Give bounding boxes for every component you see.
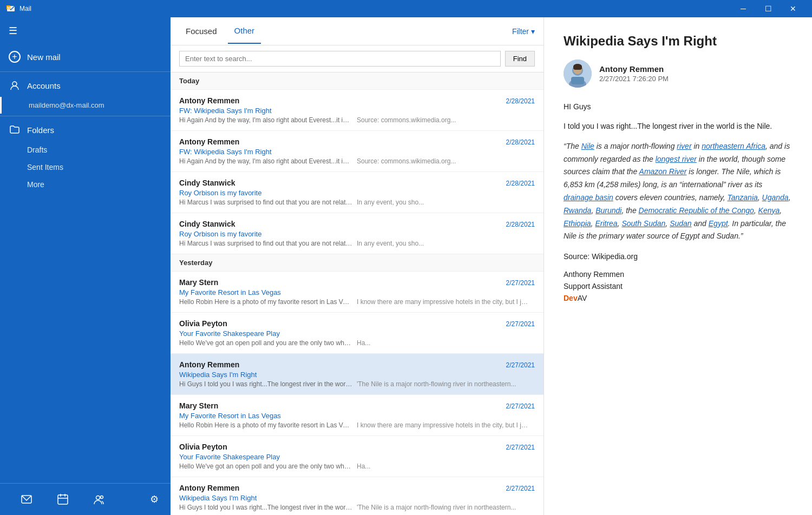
footer-dev: Dev bbox=[564, 294, 578, 302]
reading-quote: “The Nile is a major north-flowing river… bbox=[564, 140, 793, 243]
email-list-panel: Focused Other Filter ▾ Find Today Antony… bbox=[171, 17, 544, 515]
email-date: 2/27/2021 bbox=[506, 402, 535, 410]
email-subject: Your Favorite Shakespeare Play bbox=[179, 453, 535, 461]
email-sender: Antony Remmen bbox=[179, 484, 239, 492]
longest-link[interactable]: longest river bbox=[656, 155, 697, 163]
email-subject: My Favorite Resort in Las Vegas bbox=[179, 288, 535, 296]
person-icon bbox=[9, 80, 21, 91]
uganda-link[interactable]: Uganda bbox=[762, 193, 789, 202]
search-input[interactable] bbox=[179, 51, 501, 67]
sidebar-account-email[interactable]: maildemo@dx-mail.com bbox=[0, 97, 171, 114]
email-item[interactable]: Antony Remmen 2/28/2021 FW: Wikipedia Sa… bbox=[171, 90, 543, 131]
river-link[interactable]: river bbox=[677, 142, 691, 150]
email-sender: Olivia Peyton bbox=[179, 443, 227, 451]
search-button[interactable]: Find bbox=[505, 51, 535, 67]
tab-other[interactable]: Other bbox=[228, 18, 261, 44]
nile-link[interactable]: Nile bbox=[581, 142, 594, 150]
email-list: Today Antony Remmen 2/28/2021 FW: Wikipe… bbox=[171, 72, 543, 515]
calendar-nav-button[interactable] bbox=[45, 490, 81, 509]
sidebar-bottom-nav: ⚙ bbox=[0, 483, 171, 515]
restore-button[interactable]: ☐ bbox=[756, 0, 781, 17]
email-item[interactable]: Cindy Stanwick 2/28/2021 Roy Orbison is … bbox=[171, 172, 543, 213]
close-button[interactable]: ✕ bbox=[781, 0, 806, 17]
egypt-link[interactable]: Egypt bbox=[709, 219, 728, 228]
footer-av: AV bbox=[578, 294, 587, 302]
footer-title: Support Assistant bbox=[564, 280, 793, 292]
email-date: 2/28/2021 bbox=[506, 138, 535, 146]
northeastern-link[interactable]: northeastern Africa bbox=[702, 142, 765, 150]
svg-rect-17 bbox=[573, 65, 582, 70]
sidebar-divider-1 bbox=[0, 71, 171, 72]
sender-name: Antony Remmen bbox=[599, 64, 669, 74]
mail-app-icon: M bbox=[6, 4, 15, 13]
email-item[interactable]: Mary Stern 2/27/2021 My Favorite Resort … bbox=[171, 395, 543, 436]
app-body: ☰ + New mail Accounts maildemo@dx-mail.c… bbox=[0, 17, 812, 515]
sender-info: Antony Remmen 2/27/2021 7:26:20 PM bbox=[599, 64, 669, 83]
date-header-today: Today bbox=[171, 72, 543, 90]
email-date: 2/28/2021 bbox=[506, 180, 535, 187]
email-subject: Roy Orbison is my favorite bbox=[179, 189, 535, 197]
email-subject: FW: Wikipedia Says I'm Right bbox=[179, 107, 535, 115]
folders-label: Folders bbox=[27, 126, 54, 135]
email-preview: Hello Robin Here is a photo of my favori… bbox=[179, 298, 535, 306]
settings-button[interactable]: ⚙ bbox=[147, 490, 162, 509]
email-sender: Cindy Stanwick bbox=[179, 179, 235, 187]
amazon-link[interactable]: Amazon River bbox=[639, 167, 687, 176]
email-date: 2/27/2021 bbox=[506, 279, 535, 287]
reading-footer: Anthony Remmen Support Assistant DevAV bbox=[564, 268, 793, 305]
email-item[interactable]: Mary Stern 2/27/2021 My Favorite Resort … bbox=[171, 272, 543, 313]
email-sender: Antony Remmen bbox=[179, 96, 239, 105]
email-subject: Roy Orbison is my favorite bbox=[179, 230, 535, 238]
people-nav-button[interactable] bbox=[81, 490, 117, 509]
sender-row: Antony Remmen 2/27/2021 7:26:20 PM bbox=[564, 60, 793, 88]
reading-body: HI Guys I told you I was right...The lon… bbox=[564, 101, 793, 305]
accounts-label: Accounts bbox=[27, 81, 61, 90]
minimize-button[interactable]: ─ bbox=[731, 0, 756, 17]
footer-brand: DevAV bbox=[564, 292, 793, 304]
email-item[interactable]: Olivia Peyton 2/27/2021 Your Favorite Sh… bbox=[171, 436, 543, 477]
email-item[interactable]: Cindy Stanwick 2/28/2021 Roy Orbison is … bbox=[171, 213, 543, 254]
email-date: 2/28/2021 bbox=[506, 221, 535, 228]
tanzania-link[interactable]: Tanzania bbox=[727, 193, 757, 202]
sidebar-item-folders[interactable]: Folders bbox=[0, 118, 171, 141]
sudan-link[interactable]: Sudan bbox=[670, 219, 691, 228]
titlebar: M Mail ─ ☐ ✕ bbox=[0, 0, 812, 17]
email-subject: FW: Wikipedia Says I'm Right bbox=[179, 148, 535, 156]
email-item[interactable]: Antony Remmen 2/27/2021 Wikipedia Says I… bbox=[171, 477, 543, 515]
new-mail-button[interactable]: + New mail bbox=[0, 44, 171, 69]
email-item[interactable]: Antony Remmen 2/28/2021 FW: Wikipedia Sa… bbox=[171, 131, 543, 172]
southsudan-link[interactable]: South Sudan bbox=[621, 219, 665, 228]
sidebar-item-sent[interactable]: Sent Items bbox=[0, 159, 171, 176]
email-preview: Hello We've got an open poll and you are… bbox=[179, 339, 535, 347]
folder-icon bbox=[9, 124, 21, 136]
burundi-link[interactable]: Burundi bbox=[595, 206, 621, 215]
new-mail-label: New mail bbox=[27, 52, 61, 62]
filter-button[interactable]: Filter ▾ bbox=[512, 27, 535, 36]
email-sender: Mary Stern bbox=[179, 278, 218, 287]
reading-pane: Wikipedia Says I'm Right Ant bbox=[544, 17, 812, 515]
svg-point-10 bbox=[100, 496, 103, 499]
email-date: 2/27/2021 bbox=[506, 444, 535, 451]
sidebar-item-drafts[interactable]: Drafts bbox=[0, 141, 171, 159]
window-controls: ─ ☐ ✕ bbox=[731, 0, 806, 17]
sidebar-item-more[interactable]: More bbox=[0, 176, 171, 193]
kenya-link[interactable]: Kenya bbox=[758, 206, 780, 215]
hamburger-button[interactable]: ☰ bbox=[0, 17, 171, 44]
email-sender: Olivia Peyton bbox=[179, 319, 227, 328]
sender-date: 2/27/2021 7:26:20 PM bbox=[599, 75, 669, 83]
email-item-selected[interactable]: Antony Remmen 2/27/2021 Wikipedia Says I… bbox=[171, 354, 543, 395]
email-item[interactable]: Olivia Peyton 2/27/2021 Your Favorite Sh… bbox=[171, 313, 543, 354]
drainage-link[interactable]: drainage basin bbox=[564, 193, 613, 202]
reading-title: Wikipedia Says I'm Right bbox=[564, 34, 793, 49]
drc-link[interactable]: Democratic Republic of the Congo bbox=[639, 206, 754, 215]
svg-point-9 bbox=[96, 496, 100, 500]
mail-nav-button[interactable] bbox=[9, 490, 45, 509]
body-p1: I told you I was right...The longest riv… bbox=[564, 120, 793, 132]
tab-focused[interactable]: Focused bbox=[179, 19, 224, 43]
sidebar-divider-2 bbox=[0, 116, 171, 116]
rwanda-link[interactable]: Rwanda bbox=[564, 206, 591, 215]
email-subject: Your Favorite Shakespeare Play bbox=[179, 329, 535, 338]
sidebar-item-accounts[interactable]: Accounts bbox=[0, 74, 171, 97]
eritrea-link[interactable]: Eritrea bbox=[595, 219, 617, 228]
ethiopia-link[interactable]: Ethiopia bbox=[564, 219, 591, 228]
